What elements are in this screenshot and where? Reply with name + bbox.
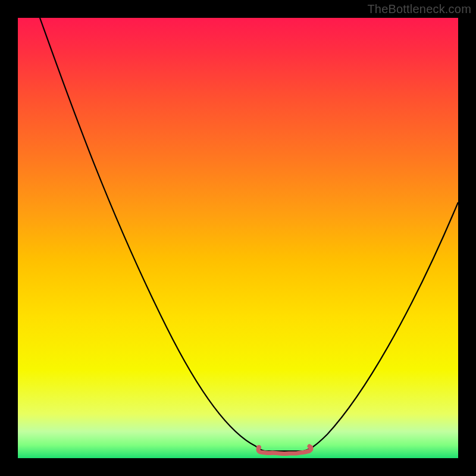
flat-bottom-left-dot xyxy=(256,445,261,450)
watermark-text: TheBottleneck.com xyxy=(367,2,471,16)
curve-layer xyxy=(18,18,458,458)
flat-bottom-mark xyxy=(258,446,311,454)
bottleneck-curve xyxy=(40,18,458,451)
chart-frame: TheBottleneck.com xyxy=(0,0,476,476)
plot-area xyxy=(18,18,458,458)
flat-bottom-right-dot xyxy=(308,445,313,450)
